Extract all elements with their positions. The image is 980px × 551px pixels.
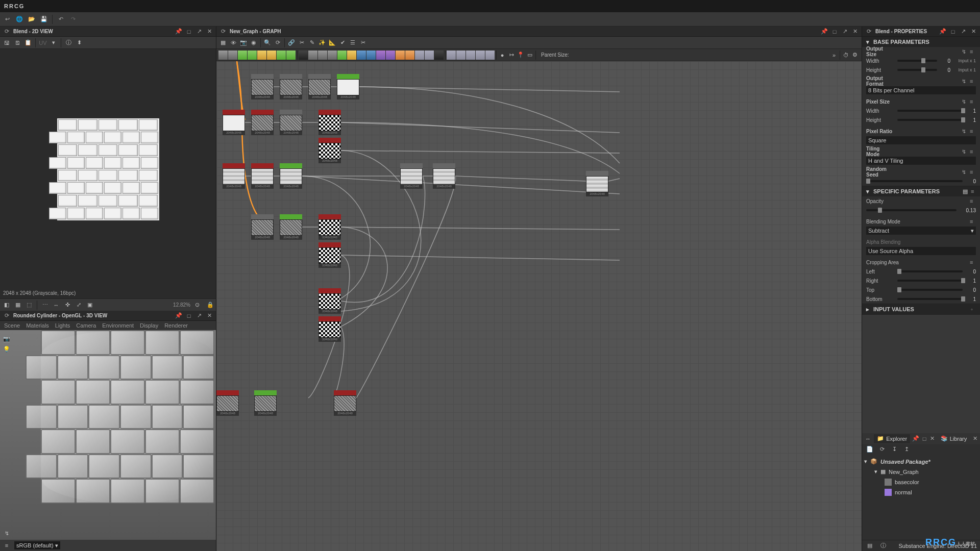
route-icon[interactable]: ↦ [507, 51, 516, 60]
atomic-svg[interactable] [386, 51, 395, 60]
atomic-gradient[interactable] [238, 51, 247, 60]
tab-scene[interactable]: Scene [4, 322, 20, 329]
maximize-props-icon[interactable]: □ [949, 28, 957, 35]
timing-icon[interactable]: ⏱ [841, 51, 850, 60]
atomic-blur[interactable] [267, 51, 276, 60]
crop-right-slider[interactable] [897, 280, 963, 282]
tab-materials[interactable]: Materials [26, 322, 49, 329]
blending-mode-select[interactable]: Subtract▾ [866, 227, 976, 235]
graph-node[interactable]: 2048x2048 [318, 316, 341, 342]
graph-node[interactable]: 2048x2048 [223, 163, 245, 189]
base-params-header[interactable]: ▾BASE PARAMETERS [862, 37, 980, 47]
atomic-comment[interactable] [485, 51, 495, 60]
crop-icon[interactable]: ✂ [358, 38, 368, 47]
max-explorer-icon[interactable]: □ [921, 435, 927, 442]
info-foot-icon[interactable]: ⓘ [878, 541, 888, 550]
atomic-bitmap[interactable] [396, 51, 405, 60]
graph-node[interactable]: 2048x2048 [318, 110, 341, 135]
inherit-rs-icon[interactable]: ↯ [962, 169, 968, 175]
save-icon[interactable]: 💾 [39, 14, 49, 24]
opacity-slider[interactable] [866, 209, 957, 211]
dot-icon[interactable]: ◦ [971, 306, 977, 312]
popout-props-icon[interactable]: ↗ [960, 28, 967, 35]
atomic-emboss[interactable] [357, 51, 366, 60]
atomic-warp[interactable] [286, 51, 296, 60]
pin-explorer-icon[interactable]: 📌 [912, 435, 919, 442]
breadcrumb-icon[interactable]: ● [498, 51, 507, 60]
graph-node[interactable]: 2048x2048 [254, 390, 277, 416]
expand-icon[interactable]: ⤢ [74, 300, 83, 310]
close-3d-icon[interactable]: ✕ [206, 312, 213, 319]
align-icon[interactable]: ☰ [348, 38, 357, 47]
tab-environment[interactable]: Environment [102, 322, 134, 329]
pin-icon[interactable]: 📌 [175, 28, 182, 35]
axis-icon[interactable]: ↯ [2, 529, 11, 538]
graph-node[interactable]: 2048x2048 [337, 74, 359, 99]
graph-node[interactable]: 2048x2048 [280, 74, 302, 99]
graph-node[interactable]: 2048x2048 [280, 110, 302, 135]
maximize-graph-icon[interactable]: □ [831, 28, 838, 35]
tile-icon[interactable]: ▣ [85, 300, 94, 310]
close-graph-icon[interactable]: ✕ [851, 28, 859, 35]
pick-icon[interactable]: ✔ [338, 38, 347, 47]
frame-node-icon[interactable]: ▭ [525, 51, 534, 60]
histogram-icon[interactable]: ⬍ [75, 38, 84, 47]
tab-renderer[interactable]: Renderer [164, 322, 188, 329]
compare-icon[interactable]: ⬚ [24, 300, 34, 310]
uv-toggle[interactable]: UV [38, 38, 47, 47]
atomic-fx1[interactable] [415, 51, 424, 60]
menu-sp-icon[interactable]: ≡ [971, 188, 977, 194]
import-icon[interactable]: ↧ [890, 445, 899, 454]
light-icon[interactable]: 💡 [2, 344, 11, 354]
save-image-icon[interactable]: 🖫 [2, 38, 11, 47]
uv-dropdown-icon[interactable]: ▾ [49, 38, 58, 47]
close-library-icon[interactable]: ✕ [972, 435, 978, 442]
pin-props-icon[interactable]: 📌 [939, 28, 946, 35]
link-tab-icon[interactable]: ↔ [864, 434, 872, 443]
atomic-distance[interactable] [347, 51, 356, 60]
atomic-hsl[interactable] [328, 51, 337, 60]
graph-node[interactable]: 2048x2048 [318, 214, 341, 240]
atomic-shape[interactable] [405, 51, 414, 60]
chevron-right-icon[interactable]: » [829, 51, 839, 60]
atomic-pass[interactable] [456, 51, 465, 60]
atomic-grayscale[interactable] [318, 51, 327, 60]
random-seed-slider[interactable] [866, 180, 963, 182]
graph-node[interactable]: 2048x2048 [318, 242, 341, 268]
pixel-ratio-select[interactable]: Square [866, 136, 976, 144]
atomic-input[interactable] [466, 51, 475, 60]
more-icon[interactable]: ⋯ [40, 300, 50, 310]
sync-props-icon[interactable]: ⟳ [865, 28, 872, 35]
maximize-icon[interactable]: □ [185, 28, 192, 35]
crop-bottom-slider[interactable] [897, 298, 963, 300]
menu-pr-icon[interactable]: ≡ [970, 128, 976, 134]
tree-output-normal[interactable]: normal [862, 487, 980, 497]
inherit-pr-icon[interactable]: ↯ [962, 128, 968, 134]
ruler-icon[interactable]: 📐 [328, 38, 337, 47]
frame-icon[interactable]: ▦ [218, 38, 228, 47]
redo-icon[interactable]: ↷ [68, 14, 78, 24]
popout-icon[interactable]: ↗ [195, 28, 203, 35]
inherit-icon[interactable]: ↯ [962, 48, 968, 55]
lock-icon[interactable]: 🔒 [207, 302, 214, 309]
specific-params-header[interactable]: ▾SPECIFIC PARAMETERS▤≡ [862, 186, 980, 196]
menu-ca-icon[interactable]: ≡ [970, 259, 976, 265]
export-icon[interactable]: 🖻 [13, 38, 22, 47]
menu-bm-icon[interactable]: ≡ [970, 218, 976, 224]
atomic-output[interactable] [476, 51, 485, 60]
tree-package[interactable]: ▾📦Unsaved Package* [862, 457, 980, 467]
width-slider[interactable] [897, 60, 937, 62]
stack-icon[interactable]: ≡ [2, 541, 11, 550]
tab-library[interactable]: 📚Library [938, 434, 970, 443]
atomic-fx2[interactable] [425, 51, 434, 60]
close-icon[interactable]: ✕ [206, 28, 213, 35]
graph-node[interactable]: 2048x2048 [251, 214, 274, 240]
inherit-tm-icon[interactable]: ↯ [962, 148, 968, 155]
link-icon[interactable]: 🔗 [287, 38, 296, 47]
crop-left-slider[interactable] [897, 270, 963, 272]
crop-top-slider[interactable] [897, 289, 963, 291]
view-3d-canvas[interactable]: 📷 💡 ↯ [0, 330, 216, 540]
pin-graph-icon[interactable]: 📌 [821, 28, 828, 35]
atomic-uniform[interactable] [218, 51, 228, 60]
tiling-mode-select[interactable]: H and V Tiling [866, 157, 976, 165]
